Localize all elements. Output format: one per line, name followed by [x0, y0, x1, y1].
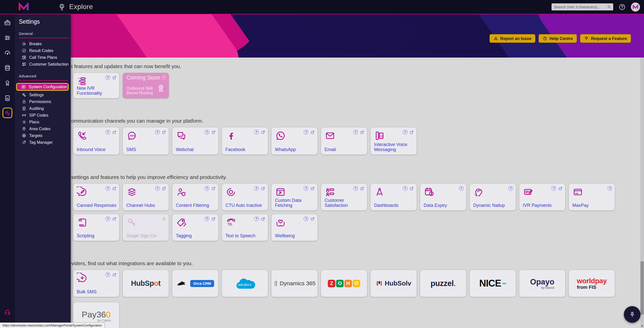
help-icon[interactable]: ?: [608, 186, 612, 191]
rail-item-dashboards[interactable]: [0, 47, 15, 58]
open-in-new-icon[interactable]: [112, 130, 117, 134]
help-icon[interactable]: ?: [105, 186, 110, 191]
open-in-new-icon[interactable]: [211, 186, 216, 191]
open-in-new-icon[interactable]: [112, 186, 117, 191]
rail-item-support[interactable]: [0, 306, 15, 317]
open-in-new-icon[interactable]: [360, 130, 365, 134]
card-bulk-sms[interactable]: Bulk SMS?: [73, 270, 119, 297]
help-icon[interactable]: ?: [353, 186, 358, 191]
help-icon[interactable]: ?: [551, 186, 556, 191]
open-in-new-icon[interactable]: [112, 75, 117, 80]
card-tagging[interactable]: Tagging?: [172, 214, 218, 241]
settings-menu-item-targets[interactable]: Targets: [15, 132, 71, 139]
scrollbar-thumb[interactable]: [640, 261, 644, 315]
settings-menu-item-system-configuration[interactable]: System Configuration: [16, 83, 69, 91]
card-orca-crm[interactable]: Orca CRM: [172, 270, 218, 297]
card-ivr-payments[interactable]: IVR Payments?: [519, 184, 565, 210]
open-in-new-icon[interactable]: [112, 217, 117, 221]
card-ctu-auto-inactive[interactable]: CTU Auto Inactive?: [222, 184, 268, 210]
card-single-sign-on[interactable]: Single Sign On: [123, 214, 169, 241]
avatar[interactable]: [631, 3, 640, 12]
card-zoho[interactable]: ZOHO: [321, 270, 367, 297]
rail-item-toolbox[interactable]: [0, 17, 15, 28]
open-in-new-icon[interactable]: [261, 130, 265, 134]
card-dynamic-nailup[interactable]: Dynamic Nailup?: [470, 184, 516, 210]
settings-menu-item-tag-manager[interactable]: Tag Manager: [15, 139, 71, 146]
card-dynamics-365[interactable]: Dynamics 365: [271, 270, 317, 297]
settings-menu-item-plans[interactable]: Plans: [15, 119, 71, 125]
report-an-issue-button[interactable]: Report an Issue: [490, 34, 536, 43]
open-in-new-icon[interactable]: [360, 186, 365, 191]
rail-item-reports[interactable]: [0, 92, 15, 104]
card-email[interactable]: Email?: [321, 127, 367, 155]
help-icon[interactable]: ?: [205, 216, 209, 221]
open-in-new-icon[interactable]: [410, 130, 414, 134]
settings-menu-item-result-codes[interactable]: Result Codes: [15, 47, 71, 54]
card-inbound-voice[interactable]: Inbound Voice?: [73, 127, 119, 155]
open-in-new-icon[interactable]: [558, 186, 563, 191]
open-in-new-icon[interactable]: [211, 217, 216, 221]
help-icon[interactable]: ?: [155, 130, 160, 134]
open-in-new-icon[interactable]: [112, 272, 117, 277]
card-data-expiry[interactable]: Data Expiry?: [420, 184, 466, 210]
help-icon[interactable]: ?: [105, 130, 110, 134]
help-icon[interactable]: ?: [254, 216, 259, 221]
help-icon[interactable]: ?: [105, 216, 110, 221]
open-in-new-icon[interactable]: [162, 130, 166, 134]
rail-item-settings[interactable]: [3, 108, 12, 118]
card-text-to-speech[interactable]: Text to Speech?: [222, 214, 268, 241]
card-wellbeing[interactable]: Wellbeing?: [271, 214, 317, 241]
scroll-down-arrow[interactable]: ▼: [640, 324, 644, 327]
scrollbar[interactable]: ▼: [640, 58, 644, 328]
help-icon[interactable]: ?: [205, 130, 209, 134]
open-in-new-icon[interactable]: [211, 130, 216, 134]
open-in-new-icon[interactable]: [310, 186, 315, 191]
card-whatsapp[interactable]: WhatsApp?: [271, 127, 317, 155]
card-puzzel[interactable]: puzzel.: [420, 270, 466, 297]
help-icon[interactable]: ?: [254, 186, 259, 191]
settings-menu-item-auditing[interactable]: Auditing: [15, 105, 71, 112]
card-canned-responses[interactable]: Canned Responses?: [73, 184, 119, 210]
card-custom-data-fetching[interactable]: Custom Data Fetching?: [271, 184, 317, 210]
open-in-new-icon[interactable]: [410, 186, 414, 191]
help-icon[interactable]: ?: [162, 75, 166, 80]
settings-menu-item-sip-codes[interactable]: SIP Codes: [15, 112, 71, 119]
card-worldpay[interactable]: worldpayfrom FIS: [569, 270, 615, 297]
request-a-feature-button[interactable]: Request a Feature: [580, 34, 631, 43]
open-in-new-icon[interactable]: [261, 217, 265, 221]
card-channel-hubs[interactable]: Channel Hubs?: [123, 184, 169, 210]
help-icon[interactable]: ?: [105, 75, 110, 80]
help-icon[interactable]: ?: [105, 272, 110, 277]
card-salesforce[interactable]: salesforce: [222, 270, 268, 297]
open-in-new-icon[interactable]: [310, 217, 315, 221]
card-outbound-skill-based-routing[interactable]: Coming SoonOutbound Skill Based Routing?: [123, 73, 169, 98]
help-icon[interactable]: ?: [403, 186, 408, 191]
help-icon[interactable]: ?: [403, 130, 408, 134]
help-icon[interactable]: ?: [304, 216, 308, 221]
card-scripting[interactable]: Scripting?: [73, 214, 119, 241]
pin-button[interactable]: [624, 306, 640, 323]
card-facebook[interactable]: Facebook?: [222, 127, 268, 155]
card-content-filtering[interactable]: Content Filtering?: [172, 184, 218, 210]
card-interactive-voice-messaging[interactable]: Interactive Voice Messaging?: [371, 127, 417, 155]
help-icon[interactable]: ?: [353, 130, 358, 134]
help-centre-button[interactable]: Help Centre: [539, 34, 577, 43]
help-icon[interactable]: ?: [508, 186, 513, 191]
help-icon[interactable]: ?: [304, 130, 308, 134]
card-hubsolv[interactable]: HubSolv: [371, 270, 417, 297]
rail-item-quality[interactable]: [0, 77, 15, 88]
card-webchat[interactable]: Webchat?: [172, 127, 218, 155]
help-icon[interactable]: ?: [459, 186, 464, 191]
open-in-new-icon[interactable]: [310, 130, 315, 134]
card-sms[interactable]: SMSSMS?: [123, 127, 169, 155]
card-new-ivr-functionality[interactable]: New IVR Functionality?: [73, 73, 119, 98]
search-input[interactable]: [551, 3, 613, 11]
card-customer-satisfaction[interactable]: Customer Satisfaction?: [321, 184, 367, 210]
settings-menu-item-customer-satisfaction[interactable]: Customer Satisfaction: [15, 61, 71, 68]
rail-item-data[interactable]: [0, 62, 15, 73]
help-icon[interactable]: ?: [254, 130, 259, 134]
help-icon[interactable]: ?: [205, 186, 209, 191]
help-icon[interactable]: ?: [304, 186, 308, 191]
open-in-new-icon[interactable]: [261, 186, 265, 191]
rail-item-controls[interactable]: [0, 32, 15, 43]
